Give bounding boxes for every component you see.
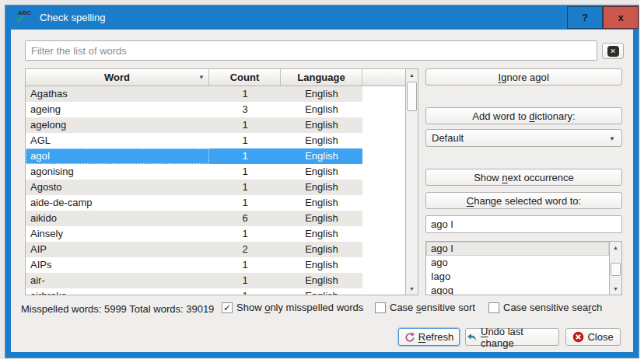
case-sensitive-sort-checkbox[interactable]: ✓ Case sensitive sort <box>375 302 475 313</box>
word-cell[interactable]: agoI <box>26 148 209 164</box>
word-cell[interactable]: aikido <box>26 211 209 226</box>
show-next-occurrence-button[interactable]: Show next occurrence <box>425 169 622 186</box>
count-cell[interactable]: 3 <box>209 102 281 117</box>
scrollbar-thumb[interactable] <box>611 263 621 276</box>
word-cell[interactable]: agonising <box>26 164 209 180</box>
table-row[interactable]: ageing3English <box>26 102 362 117</box>
count-cell[interactable]: 1 <box>209 226 281 242</box>
chevron-down-icon: ▼ <box>609 135 615 142</box>
add-word-to-dictionary-button[interactable]: Add word to dictionary: <box>425 107 622 124</box>
table-header: Word ▼ Count Language <box>26 69 405 86</box>
count-cell[interactable]: 1 <box>209 164 281 180</box>
language-cell[interactable]: English <box>281 86 362 102</box>
scroll-up-button[interactable]: ▲ <box>406 69 418 81</box>
suggestion-item[interactable]: ago I <box>426 242 609 256</box>
language-cell[interactable]: English <box>281 242 362 257</box>
count-cell[interactable]: 2 <box>209 242 281 257</box>
filter-input[interactable] <box>25 40 597 61</box>
window-close-button[interactable]: x <box>603 6 639 29</box>
table-row[interactable]: Agathas1English <box>26 86 362 102</box>
suggestions-scrollbar[interactable]: ▲ ▼ <box>609 242 621 295</box>
count-cell[interactable]: 1 <box>209 257 281 273</box>
show-only-misspelled-checkbox[interactable]: ✓ Show only misspelled words <box>222 302 363 313</box>
column-header-language[interactable]: Language <box>281 69 362 86</box>
word-cell[interactable]: ageing <box>26 102 209 117</box>
suggestion-item[interactable]: Iago <box>426 270 609 284</box>
language-cell[interactable]: English <box>281 226 362 242</box>
word-cell[interactable]: AGL <box>26 133 209 148</box>
close-icon: x <box>618 12 623 23</box>
word-cell[interactable]: air- <box>26 273 209 288</box>
table-scrollbar[interactable]: ▲ ▼ <box>405 69 418 295</box>
language-cell[interactable]: English <box>281 117 362 133</box>
scroll-down-button[interactable]: ▼ <box>406 283 418 295</box>
count-cell[interactable]: 1 <box>209 117 281 133</box>
checkbox[interactable]: ✓ <box>488 302 499 313</box>
table-row[interactable]: airbrake1English <box>26 288 362 295</box>
table-row[interactable]: air-1English <box>26 273 362 288</box>
help-icon: ? <box>582 12 588 23</box>
checkbox[interactable]: ✓ <box>222 302 233 313</box>
change-selected-word-button[interactable]: Change selected word to: <box>425 192 622 209</box>
language-cell[interactable]: English <box>281 102 362 117</box>
count-cell[interactable]: 1 <box>209 133 281 148</box>
language-cell[interactable]: English <box>281 195 362 211</box>
scrollbar-thumb[interactable] <box>407 82 417 111</box>
language-cell[interactable]: English <box>281 180 362 195</box>
column-header-count[interactable]: Count <box>209 69 281 86</box>
dictionary-select[interactable]: Default ▼ <box>425 129 622 147</box>
ignore-word-button[interactable]: Ignore agoI <box>425 68 622 86</box>
help-button[interactable]: ? <box>567 6 603 29</box>
count-cell[interactable]: 1 <box>209 86 281 102</box>
language-cell[interactable]: English <box>281 273 362 288</box>
sort-descending-icon: ▼ <box>198 74 205 81</box>
word-cell[interactable]: Agosto <box>26 180 209 195</box>
language-cell[interactable]: English <box>281 133 362 148</box>
dialog-content: ✕ Word ▼ Count Language Agathas1Englisha… <box>11 30 633 352</box>
language-cell[interactable]: English <box>281 211 362 226</box>
refresh-icon <box>404 332 415 343</box>
word-cell[interactable]: aide-de-camp <box>26 195 209 211</box>
refresh-button[interactable]: Refresh <box>398 328 460 346</box>
column-header-word[interactable]: Word ▼ <box>26 69 209 86</box>
count-cell[interactable]: 6 <box>209 211 281 226</box>
count-cell[interactable]: 1 <box>209 288 281 295</box>
language-cell[interactable]: English <box>281 257 362 273</box>
word-cell[interactable]: airbrake <box>26 288 209 295</box>
suggestion-item[interactable]: ago <box>426 256 609 270</box>
word-cell[interactable]: Ainsely <box>26 226 209 242</box>
green-check-icon: ✓ <box>15 10 26 27</box>
word-cell[interactable]: agelong <box>26 117 209 133</box>
table-row[interactable]: Agosto1English <box>26 180 362 195</box>
clear-filter-button[interactable]: ✕ <box>602 43 624 59</box>
language-cell[interactable]: English <box>281 288 362 295</box>
scroll-up-icon: ▲ <box>613 245 618 250</box>
table-row[interactable]: AGL1English <box>26 133 362 148</box>
table-row[interactable]: Ainsely1English <box>26 226 362 242</box>
close-button[interactable]: Close <box>565 328 621 346</box>
table-row[interactable]: agoI1English <box>26 148 362 164</box>
title-bar[interactable]: ABC ✓ Check spelling ? x <box>5 5 639 30</box>
language-cell[interactable]: English <box>281 164 362 180</box>
count-cell[interactable]: 1 <box>209 273 281 288</box>
checkbox[interactable]: ✓ <box>375 302 386 313</box>
word-cell[interactable]: AIPs <box>26 257 209 273</box>
case-sensitive-search-checkbox[interactable]: ✓ Case sensitive search <box>488 302 602 313</box>
table-row[interactable]: agonising1English <box>26 164 362 180</box>
table-row[interactable]: AIP2English <box>26 242 362 257</box>
suggestion-item[interactable]: agog <box>426 284 609 295</box>
table-row[interactable]: AIPs1English <box>26 257 362 273</box>
table-row[interactable]: agelong1English <box>26 117 362 133</box>
count-cell[interactable]: 1 <box>209 195 281 211</box>
language-cell[interactable]: English <box>281 148 362 164</box>
table-row[interactable]: aikido6English <box>26 211 362 226</box>
undo-last-change-button[interactable]: Undo last change <box>465 328 559 346</box>
replacement-word-input[interactable] <box>425 215 622 233</box>
word-cell[interactable]: AIP <box>26 242 209 257</box>
count-cell[interactable]: 1 <box>209 148 281 164</box>
scroll-down-button[interactable]: ▼ <box>610 283 621 295</box>
count-cell[interactable]: 1 <box>209 180 281 195</box>
scroll-up-button[interactable]: ▲ <box>610 242 621 253</box>
table-row[interactable]: aide-de-camp1English <box>26 195 362 211</box>
word-cell[interactable]: Agathas <box>26 86 209 102</box>
